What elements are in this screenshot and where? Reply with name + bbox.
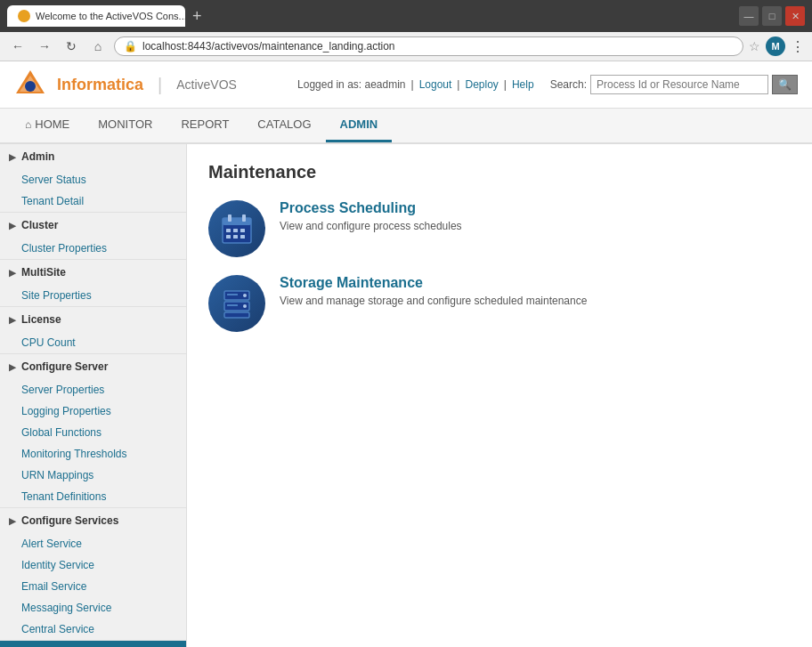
new-tab-button[interactable]: + <box>189 7 206 26</box>
nav-report[interactable]: REPORT <box>166 109 243 142</box>
sidebar-item-cluster-properties[interactable]: Cluster Properties <box>0 238 186 259</box>
forward-button[interactable]: → <box>34 36 55 57</box>
home-nav-button[interactable]: ⌂ <box>87 36 109 57</box>
browser-tab[interactable]: Welcome to the ActiveVOS Cons... ✕ <box>7 5 185 27</box>
page-title: Maintenance <box>208 162 791 182</box>
sidebar-heading-cluster[interactable]: ▶ Cluster <box>0 213 186 238</box>
nav-home[interactable]: ⌂ HOME <box>11 109 84 142</box>
logo-text: Informatica <box>57 76 143 94</box>
header-left: Informatica | ActiveVOS <box>14 69 237 101</box>
sidebar-item-tenant-detail[interactable]: Tenant Detail <box>0 190 186 212</box>
address-text: localhost:8443/activevos/maintenance_lan… <box>142 40 734 53</box>
close-button[interactable]: ✕ <box>785 6 805 26</box>
svg-rect-18 <box>227 294 238 295</box>
sidebar-item-cpu-count[interactable]: CPU Count <box>0 332 186 353</box>
maximize-button[interactable]: □ <box>762 6 782 26</box>
nav-admin-label: ADMIN <box>340 117 378 131</box>
sidebar-item-logging-properties[interactable]: Logging Properties <box>0 400 186 422</box>
header-right: Logged in as: aeadmin | Logout | Deploy … <box>297 75 798 94</box>
sidebar-section-license: ▶ License CPU Count <box>0 307 186 354</box>
sidebar-configure-server-label: Configure Server <box>21 360 108 373</box>
process-scheduling-desc: View and configure process schedules <box>280 220 462 232</box>
chevron-down-icon: ▶ <box>9 152 16 162</box>
deploy-link[interactable]: Deploy <box>465 78 498 91</box>
storage-maintenance-card[interactable]: Storage Maintenance View and manage stor… <box>208 275 791 332</box>
sidebar-item-site-properties[interactable]: Site Properties <box>0 285 186 306</box>
sidebar-license-label: License <box>21 313 61 326</box>
logout-link[interactable]: Logout <box>419 78 452 91</box>
logged-in-label: Logged in as: aeadmin <box>297 78 405 91</box>
sidebar-heading-configure-services[interactable]: ▶ Configure Services <box>0 508 186 533</box>
svg-rect-8 <box>233 229 238 232</box>
sidebar-item-monitoring-thresholds[interactable]: Monitoring Thresholds <box>0 443 186 465</box>
nav-monitor-label: MONITOR <box>98 117 152 131</box>
bookmark-button[interactable]: ☆ <box>749 39 760 53</box>
nav-catalog[interactable]: CATALOG <box>243 109 325 142</box>
help-link[interactable]: Help <box>512 78 534 91</box>
browser-titlebar: Welcome to the ActiveVOS Cons... ✕ + — □… <box>0 0 812 32</box>
sidebar-item-server-properties[interactable]: Server Properties <box>0 379 186 400</box>
svg-rect-9 <box>240 229 245 232</box>
nav-home-label: HOME <box>35 117 69 131</box>
nav-monitor[interactable]: MONITOR <box>84 109 166 142</box>
nav-report-label: REPORT <box>181 117 229 131</box>
sidebar-item-identity-service[interactable]: Identity Service <box>0 554 186 576</box>
logo-divider: | <box>158 75 162 95</box>
sidebar-item-server-status[interactable]: Server Status <box>0 169 186 190</box>
home-icon: ⌂ <box>25 118 31 131</box>
sidebar-item-urn-mappings[interactable]: URN Mappings <box>0 465 186 486</box>
sidebar-heading-license[interactable]: ▶ License <box>0 307 186 332</box>
app-container: Informatica | ActiveVOS Logged in as: ae… <box>0 61 812 647</box>
search-label: Search: <box>550 78 587 91</box>
back-button[interactable]: ← <box>7 36 28 57</box>
sidebar: ▶ Admin Server Status Tenant Detail ▶ Cl… <box>0 144 187 647</box>
svg-point-17 <box>243 304 247 308</box>
refresh-button[interactable]: ↻ <box>61 36 82 57</box>
svg-rect-15 <box>224 312 249 318</box>
sidebar-item-alert-service[interactable]: Alert Service <box>0 533 186 554</box>
maintenance-items: Process Scheduling View and configure pr… <box>208 200 791 332</box>
sidebar-item-global-functions[interactable]: Global Functions <box>0 422 186 443</box>
header-sep3: | <box>504 78 507 91</box>
sidebar-item-email-service[interactable]: Email Service <box>0 576 186 597</box>
header-sep2: | <box>457 78 459 91</box>
svg-rect-10 <box>226 235 231 239</box>
sidebar-section-configure-server: ▶ Configure Server Server Properties Log… <box>0 354 186 508</box>
svg-rect-4 <box>223 218 251 225</box>
browser-menu-button[interactable]: ⋮ <box>791 38 805 55</box>
sidebar-item-messaging-service[interactable]: Messaging Service <box>0 597 186 619</box>
sidebar-item-central-service[interactable]: Central Service <box>0 619 186 640</box>
process-scheduling-title: Process Scheduling <box>280 200 462 216</box>
main-content: Maintenance <box>187 144 812 647</box>
process-scheduling-card[interactable]: Process Scheduling View and configure pr… <box>208 200 791 257</box>
process-scheduling-info: Process Scheduling View and configure pr… <box>280 200 462 232</box>
sidebar-heading-configure-server[interactable]: ▶ Configure Server <box>0 354 186 379</box>
window-controls: — □ ✕ <box>739 6 805 26</box>
search-button[interactable]: 🔍 <box>772 75 798 94</box>
address-bar[interactable]: 🔒 localhost:8443/activevos/maintenance_l… <box>114 36 743 56</box>
sidebar-item-tenant-definitions[interactable]: Tenant Definitions <box>0 486 186 507</box>
search-area: Search: 🔍 <box>550 75 798 94</box>
sidebar-section-configure-services: ▶ Configure Services Alert Service Ident… <box>0 508 186 641</box>
storage-svg <box>219 286 255 321</box>
sidebar-heading-admin[interactable]: ▶ Admin <box>0 144 186 169</box>
lock-icon: 🔒 <box>124 40 137 53</box>
chevron-down-icon: ▶ <box>9 362 16 372</box>
nav-admin[interactable]: ADMIN <box>326 109 393 142</box>
minimize-button[interactable]: — <box>739 6 759 26</box>
search-input[interactable] <box>590 75 768 94</box>
sidebar-section-maintenance: ▶ Maintenance Scheduling Storage <box>0 641 186 647</box>
svg-rect-6 <box>242 214 246 222</box>
profile-button[interactable]: M <box>766 36 785 56</box>
browser-chrome: Welcome to the ActiveVOS Cons... ✕ + — □… <box>0 0 812 61</box>
product-name: ActiveVOS <box>176 77 237 92</box>
calendar-svg <box>219 211 255 247</box>
storage-maintenance-icon <box>208 275 265 332</box>
tab-favicon <box>18 10 30 22</box>
logo-icon <box>14 69 46 101</box>
sidebar-heading-multisite[interactable]: ▶ MultiSite <box>0 260 186 285</box>
sidebar-heading-maintenance[interactable]: ▶ Maintenance <box>0 641 186 647</box>
sidebar-configure-services-label: Configure Services <box>21 514 118 527</box>
sidebar-section-admin: ▶ Admin Server Status Tenant Detail <box>0 144 186 213</box>
sidebar-section-cluster: ▶ Cluster Cluster Properties <box>0 213 186 260</box>
